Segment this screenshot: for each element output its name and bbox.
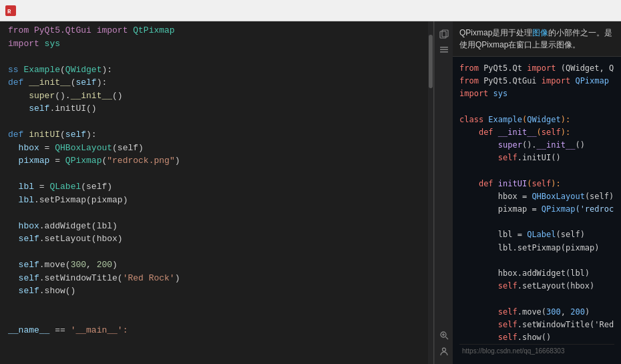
right-code-line: hbox = QHBoxLayout(self) xyxy=(459,190,614,203)
window-controls xyxy=(524,0,616,21)
right-code-line: lbl = QLabel(self) xyxy=(459,228,614,241)
code-line: self.initUI() xyxy=(8,102,425,116)
code-line: hbox.addWidget(lbl) xyxy=(8,220,425,233)
right-code-line: from PyQt5.QtGui import QPixmap xyxy=(459,75,614,87)
code-line: self.setWindowTitle('Red Rock') xyxy=(8,272,425,285)
code-editor[interactable]: from PyQt5.QtGui import QtPixmapimport s… xyxy=(0,21,433,364)
title-bar: R xyxy=(0,0,621,21)
right-code-line: self.show() xyxy=(459,331,614,344)
code-line: self.setLayout(hbox) xyxy=(8,232,425,246)
code-line: self.show() xyxy=(8,285,425,298)
copy-icon[interactable] xyxy=(438,28,450,40)
list-icon[interactable] xyxy=(438,44,450,56)
svg-text:R: R xyxy=(7,9,11,15)
app-icon: R xyxy=(5,5,16,16)
watermark: https://blog.csdn.net/qq_16668303 xyxy=(459,344,614,358)
code-line xyxy=(8,298,425,311)
close-button[interactable] xyxy=(585,0,616,21)
desc-text-2: 使用QPixmap在窗口上显示图像。 xyxy=(459,40,580,49)
svg-rect-6 xyxy=(440,51,448,53)
code-line: lbl.setPixmap(pixmap) xyxy=(8,194,425,207)
right-code-line xyxy=(459,216,614,228)
code-lines[interactable]: from PyQt5.QtGui import QtPixmapimport s… xyxy=(0,21,433,364)
svg-point-11 xyxy=(442,348,445,351)
code-line: from PyQt5.QtGui import QtPixmap xyxy=(8,24,425,37)
right-code-line xyxy=(459,254,614,267)
right-content: QPixmap是用于处理图像的小部件之一。是 使用QPixmap在窗口上显示图像… xyxy=(453,21,621,364)
main-content: from PyQt5.QtGui import QtPixmapimport s… xyxy=(0,21,621,364)
right-code-line: self.move(300, 200) xyxy=(459,306,614,319)
right-code-line: lbl.setPixmap(pixmap) xyxy=(459,242,614,254)
highlight-text: 图像 xyxy=(532,28,548,37)
right-code-line: def initUI(self): xyxy=(459,178,614,190)
code-line: self.move(300, 200) xyxy=(8,258,425,272)
right-code-line: super().__init__() xyxy=(459,139,614,152)
person-icon[interactable] xyxy=(438,345,450,357)
code-line xyxy=(8,116,425,129)
code-line: lbl = QLabel(self) xyxy=(8,180,425,194)
right-code-line: from PyQt5.Qt import (QWidget, Q xyxy=(459,62,614,75)
svg-rect-4 xyxy=(440,47,448,48)
zoom-icon[interactable] xyxy=(438,329,450,341)
right-code-line: self.initUI() xyxy=(459,152,614,164)
right-code-line: hbox.addWidget(lbl) xyxy=(459,267,614,280)
code-line: def initUI(self): xyxy=(8,128,425,142)
code-line xyxy=(8,206,425,220)
code-line: def __init__(self): xyxy=(8,76,425,89)
scrollbar-thumb[interactable] xyxy=(429,35,433,88)
code-line: hbox = QHBoxLayout(self) xyxy=(8,142,425,155)
right-code-line: def __init__(self): xyxy=(459,126,614,139)
right-code-line xyxy=(459,101,614,114)
code-line xyxy=(8,311,425,324)
editor-scrollbar[interactable] xyxy=(428,21,433,364)
description-panel: QPixmap是用于处理图像的小部件之一。是 使用QPixmap在窗口上显示图像… xyxy=(453,21,621,57)
svg-line-8 xyxy=(445,337,448,340)
bottom-toolbar xyxy=(438,329,450,364)
code-line: ss Example(QWidget): xyxy=(8,63,425,77)
code-line xyxy=(8,246,425,259)
desc-text-1: QPixmap是用于处理图像的小部件之一。是 xyxy=(459,28,612,37)
right-code-line: self.setWindowTitle('Red xyxy=(459,319,614,331)
code-line: super().__init__() xyxy=(8,89,425,103)
right-side-toolbar xyxy=(434,21,453,364)
minimize-button[interactable] xyxy=(524,0,554,21)
right-code-panel[interactable]: from PyQt5.Qt import (QWidget, Qfrom PyQ… xyxy=(453,57,621,364)
code-line: __name__ == '__main__': xyxy=(8,324,425,337)
right-code-line: pixmap = QPixmap('redroc xyxy=(459,203,614,216)
right-panel-wrapper: QPixmap是用于处理图像的小部件之一。是 使用QPixmap在窗口上显示图像… xyxy=(434,21,621,364)
code-line xyxy=(8,50,425,63)
svg-rect-5 xyxy=(440,49,448,51)
maximize-button[interactable] xyxy=(554,0,585,21)
code-line xyxy=(8,168,425,181)
right-code-line: self.setLayout(hbox) xyxy=(459,280,614,293)
right-code-line xyxy=(459,165,614,178)
right-code-line xyxy=(459,293,614,305)
right-code-line: class Example(QWidget): xyxy=(459,114,614,126)
right-code-line: import sys xyxy=(459,87,614,100)
code-line: pixmap = QPixmap("redrock.png") xyxy=(8,154,425,168)
code-line: import sys xyxy=(8,37,425,51)
